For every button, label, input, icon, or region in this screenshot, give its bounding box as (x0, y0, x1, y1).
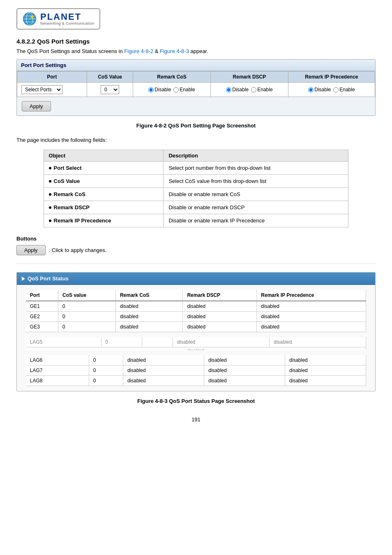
apply-inline: Apply : Click to apply changes. (16, 245, 376, 255)
status-panel-header: QoS Port Status (17, 273, 375, 285)
remark-dscp-disable-label[interactable]: Disable (226, 87, 249, 92)
status-remark-dscp: disabled (183, 312, 257, 322)
remark-ip-group: Disable Enable (293, 87, 371, 92)
remark-cos-disable-label[interactable]: Disable (148, 87, 171, 92)
partial-table: LAG5 0 disabled disabled disabled (26, 337, 366, 350)
buttons-section: Buttons Apply : Click to apply changes. (16, 236, 376, 255)
bullet-item: Remark DSCP (49, 204, 159, 210)
status-remark-ip: disabled (257, 312, 366, 322)
remark-cos-disable-text: Disable (154, 87, 171, 92)
port-select[interactable]: Select Ports (21, 85, 62, 94)
settings-panel-header: Port Port Settings (17, 60, 375, 71)
page-number: 191 (16, 416, 376, 423)
status-cos: 0 (89, 355, 123, 365)
col-remark-ip: Remark IP Precedence (288, 72, 375, 83)
remark-dscp-enable-text: Enable (257, 87, 272, 92)
apply-button[interactable]: Apply (16, 245, 46, 255)
figure2-caption-text: Figure 4-8-3 QoS Port Status Page Screen… (137, 398, 255, 404)
status-col-cos: CoS value (58, 290, 116, 301)
remark-cos-group: Disable Enable (137, 87, 206, 92)
desc-object-text: CoS Value (54, 178, 80, 184)
desc-object-text: Remark DSCP (54, 204, 90, 210)
remark-dscp-enable-label[interactable]: Enable (251, 87, 272, 92)
bullet-item: CoS Value (49, 178, 159, 184)
bullet-item: Remark IP Precedence (49, 217, 159, 224)
remark-ip-disable-radio[interactable] (308, 87, 314, 92)
remark-dscp-group: Disable Enable (215, 87, 284, 92)
bullet-dot-icon (49, 193, 51, 196)
status-cos: 0 (58, 322, 116, 332)
status-remark-dscp: disabled (204, 355, 285, 365)
status-port: LAG7 (26, 365, 89, 376)
remark-cos-disable-radio[interactable] (148, 87, 154, 92)
settings-panel: Port Port Settings Port CoS Value Remark… (16, 59, 376, 116)
desc-object-text: Port Select (54, 165, 82, 171)
fields-intro: The page includes the following fields: (16, 137, 376, 143)
remark-dscp-disable-radio[interactable] (226, 87, 231, 92)
status-remark-ip: disabled (257, 322, 366, 332)
remark-ip-enable-radio[interactable] (333, 87, 339, 92)
figure-link-1[interactable]: Figure 4-8-2 (124, 48, 153, 54)
remark-cos-enable-label[interactable]: Enable (173, 87, 195, 92)
status-cos: 0 (58, 312, 116, 322)
bullet-item: Port Select (49, 165, 159, 171)
desc-col-description: Description (164, 150, 348, 162)
remark-ip-disable-text: Disable (314, 87, 331, 92)
svg-point-5 (31, 15, 34, 18)
status-port: GE2 (26, 312, 58, 322)
col-port: Port (17, 72, 87, 83)
status-cos: 0 (89, 376, 123, 386)
separator (16, 264, 376, 264)
partial-dots-row: disabled (26, 347, 366, 351)
remark-cos-enable-text: Enable (180, 87, 195, 92)
figure-link-2[interactable]: Figure 4-8-3 (160, 48, 189, 54)
port-cell: Select Ports (17, 83, 87, 97)
desc-description: Disable or enable remark CoS (164, 188, 348, 201)
desc-object-text: Remark CoS (54, 191, 85, 197)
status-port: GE3 (26, 322, 58, 332)
remark-ip-cell: Disable Enable (288, 83, 375, 97)
desc-description: Disable or enable remark DSCP (164, 201, 348, 214)
remark-ip-enable-label[interactable]: Enable (333, 87, 355, 92)
status-col-port: Port (26, 290, 58, 301)
desc-object: Port Select (44, 162, 164, 175)
settings-row: Select Ports 0 Disable (17, 83, 375, 97)
status-port: LAG6 (26, 355, 89, 365)
desc-description: Select port number from this drop-down l… (164, 162, 348, 175)
status-col-remark-dscp: Remark DSCP (183, 290, 257, 301)
status-remark-ip: disabled (285, 355, 366, 365)
cos-select[interactable]: 0 (101, 85, 119, 94)
status-remark-dscp: disabled (183, 301, 257, 312)
remark-ip-disable-label[interactable]: Disable (308, 87, 331, 92)
desc-row: Remark CoS Disable or enable remark CoS (44, 188, 348, 201)
partial-dots: disabled (26, 347, 366, 351)
status-row: GE2 0 disabled disabled disabled (26, 312, 366, 322)
col-cos-value: CoS Value (87, 72, 133, 83)
desc-object: CoS Value (44, 175, 164, 188)
remark-cos-enable-radio[interactable] (173, 87, 179, 92)
remark-dscp-enable-radio[interactable] (251, 87, 256, 92)
desc-row: Remark DSCP Disable or enable remark DSC… (44, 201, 348, 214)
status-remark-cos: disabled (115, 322, 182, 332)
status-remark-dscp: disabled (183, 322, 257, 332)
apply-desc-text: : Click to apply changes. (49, 247, 107, 253)
globe-icon (22, 12, 37, 26)
desc-col-object: Object (44, 150, 164, 162)
desc-object: Remark IP Precedence (44, 214, 164, 227)
triangle-icon (22, 277, 25, 281)
status-remark-ip: disabled (285, 365, 366, 376)
section-title: 4.8.2.2 QoS Port Settings (16, 38, 376, 45)
status-table-upper: Port CoS value Remark CoS Remark DSCP Re… (26, 290, 366, 332)
status-port: LAG8 (26, 376, 89, 386)
buttons-title: Buttons (16, 236, 376, 242)
status-remark-ip: disabled (285, 376, 366, 386)
status-row: LAG8 0 disabled disabled disabled (26, 376, 366, 386)
figure2-caption: Figure 4-8-3 QoS Port Status Page Screen… (16, 398, 376, 404)
desc-object: Remark CoS (44, 188, 164, 201)
status-row: LAG7 0 disabled disabled disabled (26, 365, 366, 376)
bullet-dot-icon (49, 167, 51, 169)
status-col-remark-cos: Remark CoS (115, 290, 182, 301)
figure1-caption: Figure 4-8-2 QoS Port Setting Page Scree… (16, 123, 376, 129)
settings-apply-button[interactable]: Apply (22, 101, 51, 111)
logo-text: PLANET Networking & Communication (40, 12, 95, 26)
